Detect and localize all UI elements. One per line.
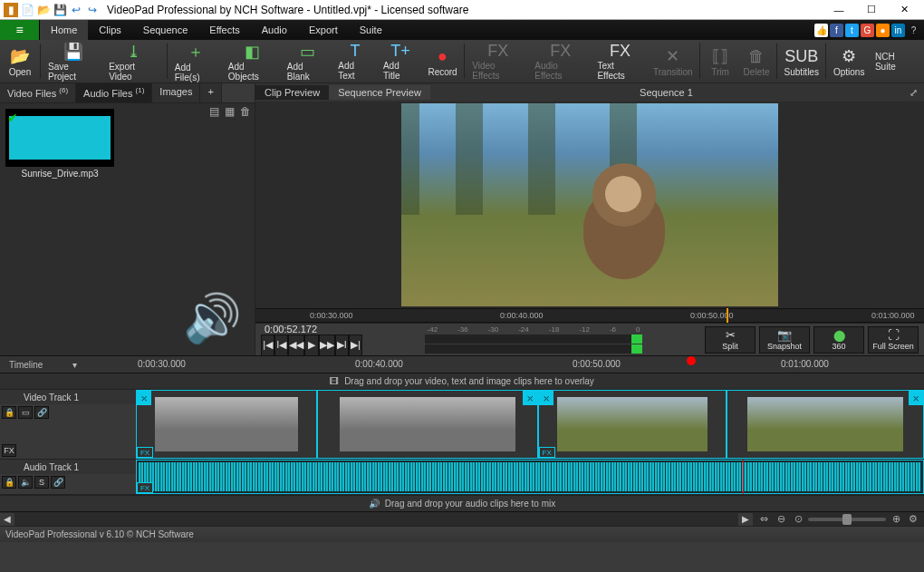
add-objects-button[interactable]: ◧Add Objects [223, 40, 282, 82]
undo-icon[interactable]: ↩ [69, 3, 83, 17]
track-lock-icon[interactable]: 🔒 [2, 476, 16, 489]
timeline-label[interactable]: Timeline [0, 360, 65, 370]
overlay-drop-hint[interactable]: 🎞 Drag and drop your video, text and ima… [0, 373, 924, 390]
fullscreen-button[interactable]: ⛶Full Screen [868, 326, 919, 354]
tab-clip-preview[interactable]: Clip Preview [255, 85, 329, 100]
track-link-icon[interactable]: 🔗 [51, 476, 65, 489]
video-effects-button[interactable]: FXVideo Effects [467, 40, 529, 82]
goto-start-button[interactable]: |◀ [261, 334, 274, 356]
twitter-icon[interactable]: t [845, 24, 859, 37]
timeline-ruler[interactable]: 0:00:30.000 0:00:40.000 0:00:50.000 0:01… [83, 356, 924, 373]
timeline-dropdown-icon[interactable]: ▾ [65, 360, 83, 370]
rss-icon[interactable]: ● [876, 24, 890, 37]
menu-sequence[interactable]: Sequence [132, 20, 199, 40]
audio-track-body[interactable]: FX [136, 460, 924, 494]
text-effects-button[interactable]: FXText Effects [592, 40, 648, 82]
hamburger-menu[interactable]: ≡ [0, 20, 40, 40]
snapshot-button[interactable]: 📷Snapshot [759, 326, 810, 354]
timeline-playhead[interactable] [687, 356, 696, 365]
audio-effects-button[interactable]: FXAudio Effects [529, 40, 592, 82]
zoom-in-icon[interactable]: ⊕ [889, 513, 903, 526]
options-button[interactable]: ⚙Options [828, 40, 870, 82]
track-lock-icon[interactable]: 🔒 [2, 406, 16, 419]
vr-button[interactable]: ⬤360 [813, 326, 864, 354]
tab-add[interactable]: + [200, 83, 221, 102]
new-icon[interactable]: 📄 [20, 3, 34, 17]
track-show-icon[interactable]: ▭ [18, 406, 33, 419]
play-button[interactable]: ▶ [304, 334, 318, 356]
export-video-button[interactable]: ⤓Export Video [103, 40, 165, 82]
preview-pane: Clip Preview Sequence Preview Sequence 1… [255, 83, 924, 355]
menu-export[interactable]: Export [298, 20, 349, 40]
preview-viewport[interactable] [255, 102, 924, 308]
video-track-body[interactable]: ⤫FX ⤫ ⤫FX ⤫ [136, 390, 924, 459]
trim-button[interactable]: ⟦⟧Trim [702, 40, 738, 82]
goto-end-button[interactable]: ▶| [349, 334, 362, 356]
save-project-button[interactable]: 💾Save Project [43, 40, 103, 82]
menu-effects[interactable]: Effects [198, 20, 250, 40]
menu-audio[interactable]: Audio [251, 20, 298, 40]
nch-suite-button[interactable]: NCH Suite [870, 40, 922, 82]
step-back-button[interactable]: I◀ [274, 334, 288, 356]
google-icon[interactable]: G [861, 24, 874, 37]
asset-item[interactable]: ✔ Sunrise_Drive.mp3 [5, 109, 114, 179]
tab-sequence-preview[interactable]: Sequence Preview [329, 85, 430, 100]
add-text-button[interactable]: TAdd Text [332, 40, 378, 82]
grid-view-icon[interactable]: ▦ [225, 105, 235, 118]
fit-icon[interactable]: ⇔ [756, 513, 771, 526]
track-mute-icon[interactable]: 🔈 [18, 476, 33, 489]
record-button[interactable]: ●Record [423, 40, 462, 82]
rewind-button[interactable]: ◀◀ [288, 334, 304, 356]
subtitles-button[interactable]: SUBSubtitles [779, 40, 823, 82]
mix-drop-hint[interactable]: 🔊 Drag and drop your audio clips here to… [0, 495, 924, 511]
track-fx-button[interactable]: FX [2, 444, 16, 457]
add-files-button[interactable]: ＋Add File(s) [169, 40, 223, 82]
video-clip[interactable]: ⤫FX [136, 390, 317, 459]
detach-preview-icon[interactable]: ⤢ [902, 87, 924, 99]
scroll-left-button[interactable]: ◀ [0, 513, 14, 526]
add-blank-button[interactable]: ▭Add Blank [282, 40, 332, 82]
split-button[interactable]: ✂Split [705, 326, 756, 354]
tab-images[interactable]: Images [152, 83, 200, 102]
tab-audio-files[interactable]: Audio Files (1) [76, 83, 152, 102]
video-clip[interactable]: ⤫ [727, 390, 924, 459]
track-solo-icon[interactable]: S [34, 476, 49, 489]
redo-icon[interactable]: ↪ [85, 3, 100, 17]
help-icon[interactable]: ? [907, 24, 920, 37]
tab-video-files[interactable]: Video Files (6) [0, 83, 76, 102]
delete-button[interactable]: 🗑Delete [738, 40, 775, 82]
like-icon[interactable]: 👍 [814, 24, 828, 37]
menu-suite[interactable]: Suite [349, 20, 393, 40]
open-button[interactable]: 📂Open [2, 40, 38, 82]
add-title-button[interactable]: T+Add Title [378, 40, 423, 82]
asset-area[interactable]: ▤ ▦ 🗑 ✔ Sunrise_Drive.mp3 🔊 [0, 103, 255, 355]
zoom-out-icon[interactable]: ⊖ [774, 513, 788, 526]
audio-clip[interactable]: FX [136, 460, 924, 494]
video-clip[interactable]: ⤫ [317, 390, 538, 459]
zoom-slider[interactable] [808, 518, 886, 521]
step-forward-button[interactable]: ▶I [335, 334, 349, 356]
preview-ruler[interactable]: 0:00:30.000 0:00:40.000 0:00:50.000 0:01… [255, 308, 924, 323]
preview-playhead-marker[interactable] [727, 308, 728, 323]
video-clip[interactable]: ⤫FX [538, 390, 727, 459]
open-icon[interactable]: 📂 [36, 3, 51, 17]
menubar: ≡ Home Clips Sequence Effects Audio Expo… [0, 20, 924, 40]
scroll-right-button[interactable]: ▶ [738, 513, 753, 526]
minimize-button[interactable]: — [823, 1, 855, 19]
save-icon[interactable]: 💾 [53, 3, 67, 17]
track-link-icon[interactable]: 🔗 [34, 406, 49, 419]
zoom-reset-icon[interactable]: ⊙ [791, 513, 805, 526]
menu-clips[interactable]: Clips [88, 20, 131, 40]
menu-home[interactable]: Home [40, 20, 88, 40]
maximize-button[interactable]: ☐ [855, 1, 888, 19]
transition-button[interactable]: ✕Transition [649, 40, 698, 82]
list-view-icon[interactable]: ▤ [209, 105, 219, 118]
forward-button[interactable]: ▶▶ [319, 334, 335, 356]
settings-icon[interactable]: ⚙ [906, 513, 920, 526]
linkedin-icon[interactable]: in [891, 24, 905, 37]
video-track-label[interactable]: Video Track 1 [0, 390, 136, 404]
close-button[interactable]: ✕ [888, 1, 920, 19]
audio-track-label[interactable]: Audio Track 1 [0, 460, 136, 474]
facebook-icon[interactable]: f [830, 24, 843, 37]
delete-asset-icon[interactable]: 🗑 [240, 105, 251, 118]
